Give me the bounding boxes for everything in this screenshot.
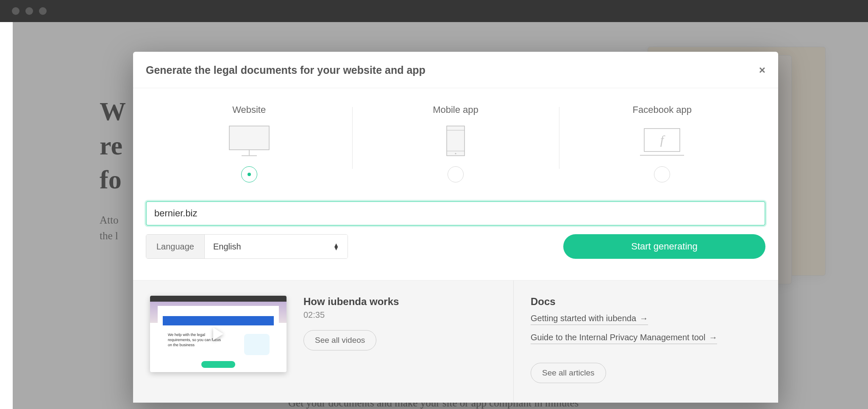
video-info: How iubenda works 02:35 See all videos bbox=[303, 296, 399, 383]
monitor-icon bbox=[229, 126, 270, 156]
platform-website[interactable]: Website bbox=[146, 104, 352, 182]
docs-panel: Docs Getting started with iubenda → Guid… bbox=[514, 280, 778, 403]
traffic-light-close-icon[interactable] bbox=[12, 7, 19, 15]
laptop-facebook-icon: f bbox=[640, 126, 684, 156]
see-all-videos-button[interactable]: See all videos bbox=[303, 330, 376, 350]
footer-panels: We help with the legal requirements, so … bbox=[133, 280, 778, 403]
modal-header: Generate the legal documents for your we… bbox=[133, 52, 778, 88]
docs-links: Getting started with iubenda → Guide to … bbox=[531, 314, 761, 352]
platform-label: Mobile app bbox=[433, 104, 479, 115]
close-icon[interactable]: × bbox=[759, 64, 765, 77]
see-all-articles-button[interactable]: See all articles bbox=[531, 363, 606, 383]
modal-overlay: Generate the legal documents for your we… bbox=[13, 22, 868, 409]
language-label: Language bbox=[146, 235, 205, 258]
video-title: How iubenda works bbox=[303, 296, 399, 308]
arrow-right-icon: → bbox=[709, 333, 717, 342]
platform-label: Website bbox=[232, 104, 266, 115]
controls-row: Language English ▲▼ Start generating bbox=[133, 226, 778, 280]
arrow-right-icon: → bbox=[640, 314, 648, 323]
svg-rect-0 bbox=[229, 126, 269, 150]
docs-title: Docs bbox=[531, 296, 761, 308]
video-panel: We help with the legal requirements, so … bbox=[133, 280, 514, 403]
doc-link-getting-started[interactable]: Getting started with iubenda → bbox=[531, 314, 648, 325]
url-row bbox=[133, 187, 778, 226]
video-duration: 02:35 bbox=[303, 310, 399, 320]
modal-title: Generate the legal documents for your we… bbox=[146, 64, 426, 76]
video-thumbnail[interactable]: We help with the legal requirements, so … bbox=[150, 296, 287, 372]
play-icon bbox=[213, 328, 223, 340]
window-chrome bbox=[0, 0, 868, 22]
platform-radio[interactable] bbox=[241, 166, 257, 182]
traffic-light-max-icon[interactable] bbox=[39, 7, 47, 15]
svg-point-6 bbox=[455, 153, 456, 154]
platform-radio[interactable] bbox=[448, 166, 464, 182]
language-select[interactable]: English bbox=[205, 235, 348, 258]
platform-row: Website Mobile app bbox=[133, 88, 778, 187]
language-group: Language English ▲▼ bbox=[146, 234, 348, 259]
start-generating-button[interactable]: Start generating bbox=[563, 234, 765, 259]
platform-radio[interactable] bbox=[654, 166, 670, 182]
platform-mobile[interactable]: Mobile app bbox=[352, 104, 559, 182]
doc-link-label: Getting started with iubenda bbox=[531, 314, 636, 323]
url-input[interactable] bbox=[146, 201, 765, 226]
platform-facebook[interactable]: Facebook app f bbox=[559, 104, 765, 182]
phone-icon bbox=[446, 126, 465, 156]
platform-label: Facebook app bbox=[633, 104, 692, 115]
traffic-light-min-icon[interactable] bbox=[25, 7, 33, 15]
doc-link-label: Guide to the Internal Privacy Management… bbox=[531, 333, 705, 342]
generate-modal: Generate the legal documents for your we… bbox=[133, 52, 778, 403]
doc-link-privacy-management[interactable]: Guide to the Internal Privacy Management… bbox=[531, 333, 717, 344]
